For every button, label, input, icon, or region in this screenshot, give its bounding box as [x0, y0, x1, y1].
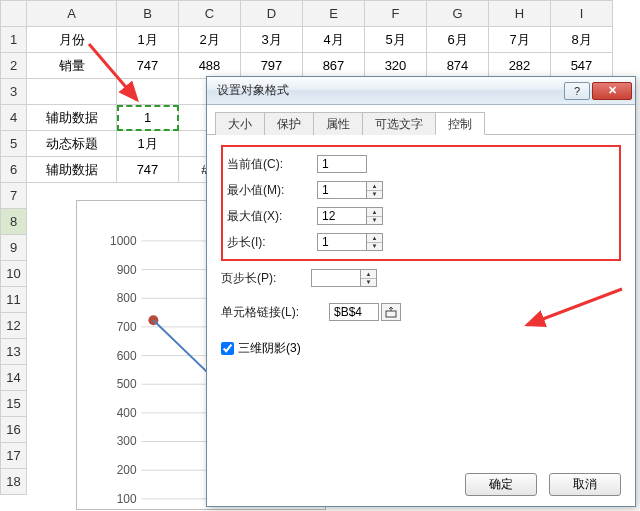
row-header[interactable]: 18 [1, 469, 27, 495]
range-picker-button[interactable] [381, 303, 401, 321]
row-header[interactable]: 14 [1, 365, 27, 391]
row-header[interactable]: 12 [1, 313, 27, 339]
svg-rect-21 [386, 311, 396, 317]
cell[interactable]: 874 [427, 53, 489, 79]
row-header[interactable]: 9 [1, 235, 27, 261]
link-label: 单元格链接(L): [221, 304, 311, 321]
svg-text:1000: 1000 [110, 234, 137, 248]
dialog-title: 设置对象格式 [217, 82, 289, 99]
row-header[interactable]: 4 [1, 105, 27, 131]
shadow-checkbox[interactable] [221, 342, 234, 355]
col-header[interactable]: G [427, 1, 489, 27]
row-header[interactable]: 7 [1, 183, 27, 209]
svg-text:200: 200 [117, 463, 137, 477]
cell[interactable]: 488 [179, 53, 241, 79]
svg-text:300: 300 [117, 434, 137, 448]
cell[interactable]: 2月 [179, 27, 241, 53]
col-header[interactable]: B [117, 1, 179, 27]
row-header[interactable]: 16 [1, 417, 27, 443]
svg-text:100: 100 [117, 492, 137, 506]
cell[interactable]: 8月 [551, 27, 613, 53]
tab-property[interactable]: 属性 [313, 112, 363, 135]
cell[interactable]: 辅助数据 [27, 157, 117, 183]
tab-protect[interactable]: 保护 [264, 112, 314, 135]
cell[interactable]: 282 [489, 53, 551, 79]
max-spinner[interactable]: ▲▼ [367, 207, 383, 225]
cell[interactable]: 747 [117, 157, 179, 183]
cell-link-input[interactable] [329, 303, 379, 321]
row-header[interactable]: 2 [1, 53, 27, 79]
row-header[interactable]: 15 [1, 391, 27, 417]
svg-text:900: 900 [117, 263, 137, 277]
row-header[interactable]: 11 [1, 287, 27, 313]
cell[interactable]: 5月 [365, 27, 427, 53]
pagestep-label: 页步长(P): [221, 270, 311, 287]
row-2: 2 销量 747 488 797 867 320 874 282 547 [1, 53, 613, 79]
row-header[interactable]: 10 [1, 261, 27, 287]
cell[interactable]: 3月 [241, 27, 303, 53]
svg-text:800: 800 [117, 291, 137, 305]
cell[interactable]: 动态标题 [27, 131, 117, 157]
tab-bar: 大小 保护 属性 可选文字 控制 [207, 105, 635, 135]
cell[interactable]: 7月 [489, 27, 551, 53]
cell[interactable]: 867 [303, 53, 365, 79]
col-header[interactable]: D [241, 1, 303, 27]
close-button[interactable]: ✕ [592, 82, 632, 100]
shadow-label: 三维阴影(3) [238, 340, 301, 357]
col-header[interactable]: I [551, 1, 613, 27]
row-header[interactable]: 3 [1, 79, 27, 105]
cell[interactable]: 547 [551, 53, 613, 79]
ok-button[interactable]: 确定 [465, 473, 537, 496]
col-header[interactable]: A [27, 1, 117, 27]
current-label: 当前值(C): [227, 156, 317, 173]
min-label: 最小值(M): [227, 182, 317, 199]
highlight-box: 当前值(C): 最小值(M): ▲▼ 最大值(X): ▲▼ 步长(I): ▲▼ [221, 145, 621, 261]
row-1: 1 月份 1月 2月 3月 4月 5月 6月 7月 8月 [1, 27, 613, 53]
tab-size[interactable]: 大小 [215, 112, 265, 135]
cell[interactable]: 月份 [27, 27, 117, 53]
cell-selected[interactable]: 1 [117, 105, 179, 131]
help-button[interactable]: ? [564, 82, 590, 100]
cell[interactable]: 辅助数据 [27, 105, 117, 131]
max-input[interactable] [317, 207, 367, 225]
pagestep-spinner[interactable]: ▲▼ [361, 269, 377, 287]
tab-control[interactable]: 控制 [435, 112, 485, 135]
row-header[interactable]: 13 [1, 339, 27, 365]
select-all-corner[interactable] [1, 1, 27, 27]
row-header[interactable]: 17 [1, 443, 27, 469]
col-header[interactable]: C [179, 1, 241, 27]
row-header[interactable]: 8 [1, 209, 27, 235]
cell[interactable] [27, 79, 117, 105]
step-label: 步长(I): [227, 234, 317, 251]
cell[interactable]: 747 [117, 53, 179, 79]
svg-text:700: 700 [117, 320, 137, 334]
col-header[interactable]: F [365, 1, 427, 27]
current-input[interactable] [317, 155, 367, 173]
svg-text:400: 400 [117, 406, 137, 420]
step-input[interactable] [317, 233, 367, 251]
col-header[interactable]: H [489, 1, 551, 27]
cell[interactable]: 6月 [427, 27, 489, 53]
step-spinner[interactable]: ▲▼ [367, 233, 383, 251]
cell[interactable]: 320 [365, 53, 427, 79]
min-spinner[interactable]: ▲▼ [367, 181, 383, 199]
min-input[interactable] [317, 181, 367, 199]
max-label: 最大值(X): [227, 208, 317, 225]
svg-text:600: 600 [117, 349, 137, 363]
col-header[interactable]: E [303, 1, 365, 27]
cell[interactable]: 4月 [303, 27, 365, 53]
cell[interactable]: 1月 [117, 131, 179, 157]
cancel-button[interactable]: 取消 [549, 473, 621, 496]
range-picker-icon [385, 306, 397, 318]
svg-text:500: 500 [117, 377, 137, 391]
format-object-dialog: 设置对象格式 ? ✕ 大小 保护 属性 可选文字 控制 当前值(C): 最小值(… [206, 76, 636, 507]
cell[interactable]: 销量 [27, 53, 117, 79]
row-header[interactable]: 1 [1, 27, 27, 53]
dialog-titlebar[interactable]: 设置对象格式 ? ✕ [207, 77, 635, 105]
cell[interactable]: 797 [241, 53, 303, 79]
pagestep-input[interactable] [311, 269, 361, 287]
row-header[interactable]: 6 [1, 157, 27, 183]
cell[interactable]: 1月 [117, 27, 179, 53]
row-header[interactable]: 5 [1, 131, 27, 157]
tab-alttext[interactable]: 可选文字 [362, 112, 436, 135]
